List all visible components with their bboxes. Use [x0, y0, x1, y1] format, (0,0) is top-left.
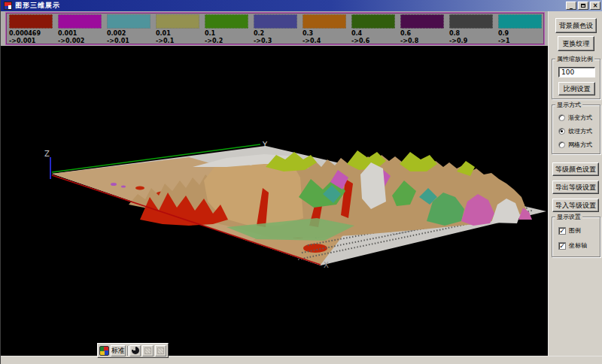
- z-axis-label: Z: [44, 150, 50, 158]
- legend-item: 0.4->0.6: [351, 14, 399, 44]
- dotted-icon: [157, 347, 164, 354]
- checkbox-icon: ✓: [558, 227, 566, 235]
- legend-to: ->0.002: [58, 38, 84, 44]
- checkbox-label: 图例: [569, 226, 581, 235]
- legend-to: ->0.4: [303, 38, 321, 44]
- legend-from: 0.4: [351, 30, 362, 37]
- legend-item: 0.3->0.4: [303, 14, 350, 44]
- legend-from: 0.3: [303, 30, 313, 37]
- scale-group-label: 属性缩放比例: [555, 55, 594, 63]
- change-texture-button[interactable]: 更换纹理: [558, 36, 594, 51]
- checkbox-icon: ✓: [558, 242, 566, 250]
- scale-input[interactable]: 100: [558, 67, 595, 77]
- import-levels-button[interactable]: 导入等级设置: [552, 199, 599, 212]
- scale-groupbox: 属性缩放比例 100 比例设置: [552, 59, 600, 99]
- checkbox-legend[interactable]: ✓ 图例: [558, 226, 581, 235]
- radio-gradient-mode[interactable]: 渐变方式: [558, 114, 592, 122]
- checkbox-label: 坐标轴: [569, 241, 587, 250]
- legend-item: 0.9->1: [498, 14, 546, 44]
- legend-swatch[interactable]: [58, 14, 102, 29]
- legend-bar: 0.000469->0.001 0.001->0.002 0.002->0.01…: [1, 11, 548, 46]
- legend-panel: 0.000469->0.001 0.001->0.002 0.002->0.01…: [5, 12, 545, 45]
- legend-from: 0.002: [107, 30, 126, 37]
- 3d-viewport[interactable]: Y Z X: [1, 46, 548, 356]
- radio-icon: [558, 141, 565, 148]
- moon-icon: [132, 347, 139, 354]
- legend-to: ->0.6: [351, 38, 369, 44]
- legend-from: 0.2: [254, 30, 264, 37]
- x-axis-label: X: [324, 261, 329, 269]
- standard-button[interactable]: 标准: [111, 345, 126, 356]
- legend-to: ->0.9: [449, 38, 467, 44]
- app-window: 图形三维展示 _ × 0.000469->0.001 0.001->0.002 …: [0, 0, 602, 364]
- legend-item: 0.2->0.3: [254, 14, 301, 44]
- dotted-icon: [144, 347, 151, 354]
- legend-to: ->1: [498, 38, 510, 44]
- legend-from: 0.01: [156, 30, 171, 37]
- legend-swatch[interactable]: [254, 14, 297, 29]
- radio-label: 渐变方式: [568, 114, 592, 122]
- legend-swatch[interactable]: [498, 14, 542, 29]
- legend-to: ->0.01: [107, 38, 129, 44]
- mini-toolbar: 标准: [97, 343, 169, 358]
- legend-swatch[interactable]: [205, 14, 248, 29]
- terrain-scene: Y Z X: [1, 46, 548, 356]
- legend-swatch[interactable]: [400, 14, 444, 29]
- legend-to: ->0.1: [156, 38, 174, 44]
- legend-to: ->0.8: [400, 38, 418, 44]
- legend-from: 0.9: [498, 30, 509, 37]
- legend-item: 0.1->0.2: [205, 14, 252, 44]
- close-button[interactable]: ×: [590, 2, 600, 10]
- radio-grid-mode[interactable]: 网格方式: [558, 141, 592, 149]
- toolbar-separator: [127, 346, 128, 356]
- legend-item: 0.000469->0.001: [9, 14, 56, 44]
- radio-icon: [558, 128, 565, 135]
- legend-item: 0.002->0.01: [107, 14, 154, 44]
- y-axis-label: Y: [262, 141, 268, 149]
- minimize-button[interactable]: _: [566, 2, 576, 10]
- legend-item: 0.001->0.002: [58, 14, 105, 44]
- toolbar-extra-button-2[interactable]: [155, 345, 166, 356]
- radio-icon: [558, 114, 565, 121]
- level-color-button[interactable]: 等级颜色设置: [552, 162, 599, 176]
- display-mode-label: 显示方式: [555, 101, 582, 109]
- background-color-button[interactable]: 背景颜色设: [555, 18, 597, 33]
- legend-to: ->0.001: [9, 38, 35, 44]
- legend-swatch[interactable]: [303, 14, 346, 29]
- night-mode-button[interactable]: [129, 345, 141, 356]
- radio-label: 纹理方式: [568, 127, 592, 135]
- legend-item: 0.6->0.8: [400, 14, 448, 44]
- restore-button[interactable]: [578, 2, 588, 10]
- legend-swatch[interactable]: [107, 14, 150, 29]
- legend-item: 0.8->0.9: [449, 14, 497, 44]
- checkbox-axes[interactable]: ✓ 坐标轴: [558, 241, 587, 250]
- toolbar-app-icon: [99, 346, 109, 356]
- app-icon: [4, 2, 12, 10]
- legend-from: 0.1: [205, 30, 215, 37]
- legend-swatch[interactable]: [156, 14, 199, 29]
- legend-to: ->0.2: [205, 38, 223, 44]
- display-settings-label: 显示设置: [555, 213, 582, 221]
- legend-swatch[interactable]: [351, 14, 395, 29]
- legend-swatch[interactable]: [449, 14, 493, 29]
- title-bar: 图形三维展示 _ ×: [1, 0, 602, 11]
- control-panel: 背景颜色设 更换纹理 属性缩放比例 100 比例设置 显示方式 渐变方式 纹理方…: [548, 11, 602, 356]
- display-settings-groupbox: 显示设置 ✓ 图例 ✓ 坐标轴: [552, 217, 600, 257]
- display-mode-groupbox: 显示方式 渐变方式 纹理方式 网格方式: [552, 105, 600, 154]
- toolbar-extra-button-1[interactable]: [142, 345, 154, 356]
- radio-texture-mode[interactable]: 纹理方式: [558, 127, 592, 135]
- scale-apply-button[interactable]: 比例设置: [558, 82, 595, 96]
- legend-from: 0.000469: [9, 30, 41, 37]
- restore-icon: [581, 4, 585, 8]
- legend-to: ->0.3: [254, 38, 272, 44]
- legend-from: 0.8: [449, 30, 460, 37]
- legend-item: 0.01->0.1: [156, 14, 203, 44]
- radio-label: 网格方式: [568, 141, 592, 149]
- window-title: 图形三维展示: [15, 1, 60, 11]
- legend-from: 0.001: [58, 30, 77, 37]
- export-levels-button[interactable]: 导出等级设置: [552, 180, 599, 194]
- window-bottom-border: [1, 356, 602, 364]
- legend-swatch[interactable]: [9, 14, 53, 29]
- legend-from: 0.6: [400, 30, 411, 37]
